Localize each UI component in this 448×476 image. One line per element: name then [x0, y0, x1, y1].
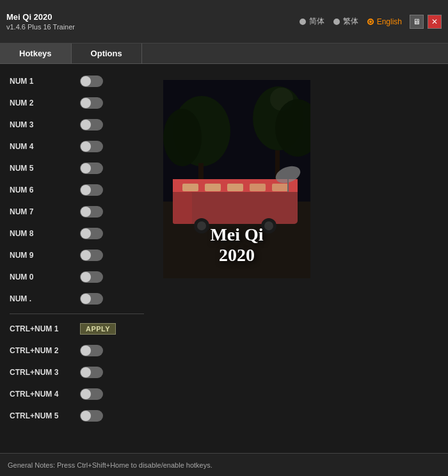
radio-english	[367, 19, 374, 25]
svg-rect-12	[205, 184, 221, 191]
hotkey-row: NUM 3	[0, 114, 154, 136]
game-cover-image: Mei Qi 2020	[163, 80, 310, 278]
game-cover: Mei Qi 2020	[163, 80, 310, 278]
minimize-button[interactable]: 🖥	[410, 15, 424, 29]
toggle-switch[interactable]	[80, 206, 103, 218]
tab-bar: Hotkeys Options	[0, 44, 448, 64]
hotkey-row: CTRL+NUM 1APPLY	[0, 318, 154, 340]
title-bar: Mei Qi 2020 v1.4.6 Plus 16 Trainer 简体 繁体…	[0, 0, 448, 44]
hotkey-row: CTRL+NUM 2	[0, 340, 154, 361]
hotkey-label: NUM 5	[10, 164, 80, 173]
lang-simplified-label: 简体	[309, 16, 324, 27]
toggle-switch[interactable]	[80, 345, 103, 356]
hotkey-row: NUM .	[0, 288, 154, 310]
game-title: Mei Qi 2020	[6, 12, 75, 22]
cover-title: Mei Qi 2020	[163, 225, 310, 266]
hotkey-label: NUM .	[10, 294, 80, 303]
hotkey-label: NUM 9	[10, 251, 80, 260]
hotkey-label: NUM 1	[10, 77, 80, 86]
options-panel: Mei Qi 2020	[154, 64, 448, 453]
hotkey-label: NUM 2	[10, 99, 80, 107]
toggle-switch[interactable]	[80, 141, 103, 152]
toggle-switch[interactable]	[80, 388, 103, 400]
toggle-switch[interactable]	[80, 163, 103, 174]
window-controls: 🖥 ✕	[410, 15, 442, 29]
hotkey-row: NUM 2	[0, 92, 154, 114]
hotkey-row: NUM 7	[0, 201, 154, 223]
divider	[10, 313, 144, 314]
toggle-switch[interactable]	[80, 271, 103, 283]
version-label: v1.4.6 Plus 16 Trainer	[6, 23, 75, 31]
toggle-switch[interactable]	[80, 367, 103, 378]
svg-rect-11	[182, 184, 198, 191]
hotkey-row: NUM 0	[0, 266, 154, 288]
toggle-switch[interactable]	[80, 184, 103, 196]
hotkeys-panel: NUM 1NUM 2NUM 3NUM 4NUM 5NUM 6NUM 7NUM 8…	[0, 64, 154, 453]
hotkey-label: NUM 7	[10, 207, 80, 216]
hotkey-label: CTRL+NUM 4	[10, 390, 80, 399]
close-button[interactable]: ✕	[428, 15, 442, 29]
toggle-switch[interactable]	[80, 97, 103, 109]
lang-english[interactable]: English	[367, 17, 402, 26]
hotkey-row: NUM 8	[0, 223, 154, 244]
toggle-switch[interactable]	[80, 410, 103, 422]
lang-traditional-label: 繁体	[343, 16, 358, 27]
hotkey-row: NUM 1	[0, 70, 154, 92]
svg-rect-15	[272, 184, 288, 191]
main-content: NUM 1NUM 2NUM 3NUM 4NUM 5NUM 6NUM 7NUM 8…	[0, 64, 448, 453]
lang-simplified[interactable]: 简体	[300, 16, 324, 27]
hotkey-row: NUM 5	[0, 157, 154, 179]
lang-traditional[interactable]: 繁体	[333, 16, 358, 27]
footer-text: General Notes: Press Ctrl+Shift+Home to …	[8, 461, 212, 469]
title-info: Mei Qi 2020 v1.4.6 Plus 16 Trainer	[6, 12, 75, 31]
toggle-switch[interactable]	[80, 228, 103, 239]
svg-rect-13	[227, 184, 243, 191]
hotkey-label: NUM 8	[10, 229, 80, 238]
toggle-switch[interactable]	[80, 293, 103, 305]
hotkey-row: NUM 6	[0, 179, 154, 201]
hotkey-row: CTRL+NUM 4	[0, 383, 154, 405]
tab-options[interactable]: Options	[72, 44, 142, 63]
hotkey-row: CTRL+NUM 3	[0, 361, 154, 383]
hotkey-label: NUM 0	[10, 273, 80, 282]
hotkey-row: CTRL+NUM 5	[0, 405, 154, 427]
footer-note: General Notes: Press Ctrl+Shift+Home to …	[0, 453, 448, 476]
hotkey-label: NUM 6	[10, 186, 80, 194]
hotkey-label: NUM 4	[10, 142, 80, 151]
title-right: 简体 繁体 English 🖥 ✕	[300, 15, 442, 29]
toggle-switch[interactable]	[80, 75, 103, 87]
hotkey-row: NUM 9	[0, 244, 154, 266]
hotkey-label: NUM 3	[10, 120, 80, 129]
toggle-switch[interactable]	[80, 250, 103, 261]
lang-english-label: English	[377, 17, 402, 26]
hotkey-label: CTRL+NUM 5	[10, 411, 80, 420]
apply-button[interactable]: APPLY	[80, 323, 116, 335]
cover-line2: 2020	[163, 245, 310, 266]
svg-point-3	[163, 109, 202, 166]
hotkey-label: CTRL+NUM 2	[10, 346, 80, 355]
radio-simplified	[300, 19, 306, 25]
hotkey-label: CTRL+NUM 1	[10, 324, 80, 333]
cover-line1: Mei Qi	[163, 225, 310, 245]
radio-traditional	[333, 19, 340, 25]
hotkey-label: CTRL+NUM 3	[10, 368, 80, 377]
svg-rect-14	[250, 184, 266, 191]
language-options: 简体 繁体 English	[300, 16, 402, 27]
svg-rect-16	[173, 192, 192, 224]
hotkey-row: NUM 4	[0, 136, 154, 157]
toggle-switch[interactable]	[80, 119, 103, 131]
tab-hotkeys[interactable]: Hotkeys	[0, 44, 72, 63]
